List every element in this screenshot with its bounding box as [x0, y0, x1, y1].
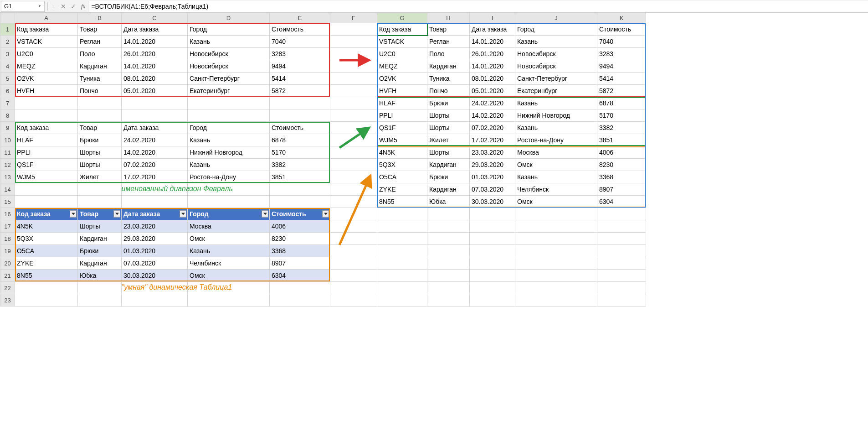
cell-J23[interactable] — [515, 294, 597, 307]
cell-A11[interactable]: PPLI — [15, 146, 78, 159]
cell-K19[interactable] — [597, 245, 646, 257]
cell-B1[interactable]: Товар — [78, 23, 122, 36]
cell-A17[interactable]: 4N5K — [15, 220, 78, 233]
cell-B10[interactable]: Брюки — [78, 134, 122, 146]
cell-C18[interactable]: 29.03.2020 — [122, 233, 188, 245]
cell-B21[interactable]: Юбка — [78, 270, 122, 282]
cell-A8[interactable] — [15, 109, 78, 122]
cell-C3[interactable]: 26.01.2020 — [122, 48, 188, 60]
cell-K2[interactable]: 7040 — [597, 36, 646, 48]
cell-K9[interactable]: 3382 — [597, 122, 646, 134]
filter-button[interactable] — [113, 211, 120, 218]
cell-B13[interactable]: Жилет — [78, 171, 122, 183]
cell-A13[interactable]: WJM5 — [15, 171, 78, 183]
cell-B17[interactable]: Шорты — [78, 220, 122, 233]
cell-I15[interactable]: 30.03.2020 — [470, 196, 515, 208]
cell-F23[interactable] — [330, 294, 377, 307]
cell-B14[interactable] — [78, 183, 122, 196]
cell-E13[interactable]: 3851 — [270, 171, 330, 183]
cell-D9[interactable]: Город — [188, 122, 270, 134]
cell-A21[interactable]: 8N55 — [15, 270, 78, 282]
col-header-H[interactable]: H — [427, 13, 470, 23]
cell-C2[interactable]: 14.01.2020 — [122, 36, 188, 48]
cell-H13[interactable]: Брюки — [427, 171, 470, 183]
cell-C4[interactable]: 14.01.2020 — [122, 60, 188, 73]
cell-J5[interactable]: Санкт-Петербург — [515, 73, 597, 85]
cell-B22[interactable] — [78, 282, 122, 294]
cell-G8[interactable]: PPLI — [377, 109, 427, 122]
cell-E17[interactable]: 4006 — [270, 220, 330, 233]
row-header-2[interactable]: 2 — [0, 36, 15, 48]
cell-H22[interactable] — [427, 282, 470, 294]
cell-I3[interactable]: 26.01.2020 — [470, 48, 515, 60]
row-header-1[interactable]: 1 — [0, 23, 15, 36]
cell-B5[interactable]: Туника — [78, 73, 122, 85]
cell-J21[interactable] — [515, 270, 597, 282]
cancel-icon[interactable]: ✕ — [58, 1, 68, 11]
cell-E18[interactable]: 8230 — [270, 233, 330, 245]
cell-B18[interactable]: Кардиган — [78, 233, 122, 245]
row-header-22[interactable]: 22 — [0, 282, 15, 294]
cell-G19[interactable] — [377, 245, 427, 257]
cell-B20[interactable]: Кардиган — [78, 257, 122, 270]
cell-B6[interactable]: Пончо — [78, 85, 122, 97]
cell-F17[interactable] — [330, 220, 377, 233]
cell-J20[interactable] — [515, 257, 597, 270]
cell-J18[interactable] — [515, 233, 597, 245]
cell-F1[interactable] — [330, 23, 377, 36]
col-header-I[interactable]: I — [470, 13, 515, 23]
cell-I6[interactable]: 05.01.2020 — [470, 85, 515, 97]
cell-K20[interactable] — [597, 257, 646, 270]
cell-A2[interactable]: VSTACK — [15, 36, 78, 48]
cell-C23[interactable] — [122, 294, 188, 307]
cell-F8[interactable] — [330, 109, 377, 122]
cell-H6[interactable]: Пончо — [427, 85, 470, 97]
cell-D5[interactable]: Санкт-Петербург — [188, 73, 270, 85]
cell-A16[interactable]: Код заказа — [15, 208, 78, 220]
col-header-E[interactable]: E — [270, 13, 330, 23]
cell-D7[interactable] — [188, 97, 270, 109]
cell-K7[interactable]: 6878 — [597, 97, 646, 109]
cell-E3[interactable]: 3283 — [270, 48, 330, 60]
cell-A5[interactable]: O2VK — [15, 73, 78, 85]
cell-A14[interactable] — [15, 183, 78, 196]
cell-K14[interactable]: 8907 — [597, 183, 646, 196]
cell-C9[interactable]: Дата заказа — [122, 122, 188, 134]
cell-K22[interactable] — [597, 282, 646, 294]
cell-A4[interactable]: MEQZ — [15, 60, 78, 73]
cell-A7[interactable] — [15, 97, 78, 109]
cell-H18[interactable] — [427, 233, 470, 245]
row-header-10[interactable]: 10 — [0, 134, 15, 146]
cell-H3[interactable]: Поло — [427, 48, 470, 60]
cell-G5[interactable]: O2VK — [377, 73, 427, 85]
row-header-7[interactable]: 7 — [0, 97, 15, 109]
cell-K17[interactable] — [597, 220, 646, 233]
cell-K18[interactable] — [597, 233, 646, 245]
cell-H5[interactable]: Туника — [427, 73, 470, 85]
cell-D11[interactable]: Нижний Новгород — [188, 146, 270, 159]
cell-G17[interactable] — [377, 220, 427, 233]
cell-D23[interactable] — [188, 294, 270, 307]
cell-I8[interactable]: 14.02.2020 — [470, 109, 515, 122]
cell-C11[interactable]: 14.02.2020 — [122, 146, 188, 159]
cell-F16[interactable] — [330, 208, 377, 220]
cell-F11[interactable] — [330, 146, 377, 159]
col-header-J[interactable]: J — [515, 13, 597, 23]
cell-H1[interactable]: Товар — [427, 23, 470, 36]
cell-J11[interactable]: Москва — [515, 146, 597, 159]
cell-K5[interactable]: 5414 — [597, 73, 646, 85]
cell-A23[interactable] — [15, 294, 78, 307]
cell-F6[interactable] — [330, 85, 377, 97]
cell-A12[interactable]: QS1F — [15, 159, 78, 171]
cell-G2[interactable]: VSTACK — [377, 36, 427, 48]
cell-J9[interactable]: Казань — [515, 122, 597, 134]
cell-K11[interactable]: 4006 — [597, 146, 646, 159]
row-header-5[interactable]: 5 — [0, 73, 15, 85]
cell-D21[interactable]: Омск — [188, 270, 270, 282]
cell-E9[interactable]: Стоимость — [270, 122, 330, 134]
filter-button[interactable] — [262, 211, 268, 218]
cell-D10[interactable]: Казань — [188, 134, 270, 146]
formula-input[interactable] — [88, 1, 868, 12]
cell-I16[interactable] — [470, 208, 515, 220]
cell-C7[interactable] — [122, 97, 188, 109]
